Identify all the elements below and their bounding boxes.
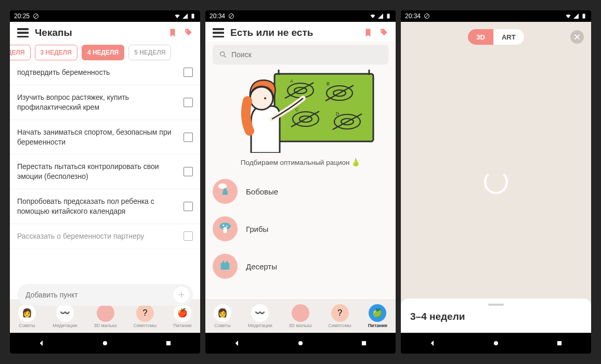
page-title: Чекапы [35,27,162,38]
battery-icon [385,13,391,19]
loading-spinner [484,170,508,194]
week-tab-5[interactable]: 5 НЕДЕЛЯ [128,45,171,60]
tips-icon: 👩 [18,304,36,322]
app-header: Чекапы [10,22,200,42]
add-item-input[interactable] [25,291,173,299]
status-bar: 20:34 [205,10,396,22]
view-toggle: 3D ART [468,29,524,45]
week-tab-4[interactable]: 4 НЕДЕЛЯ [82,45,124,60]
search-field[interactable] [213,45,388,64]
cell-icon [377,13,384,19]
tag-icon[interactable] [184,28,193,37]
checkbox[interactable] [184,68,193,77]
add-item-button[interactable]: + [173,287,190,303]
wifi-icon [370,13,376,19]
svg-rect-37 [224,227,227,233]
tab-symptoms[interactable]: ? Симптомы [134,304,156,328]
week-tab-2[interactable]: ЕДЕЛЯ [10,45,31,60]
symptoms-icon: ? [331,304,349,322]
baby-icon [292,304,309,322]
nav-recents[interactable] [555,339,564,348]
bookmark-icon[interactable] [363,28,373,37]
screen-checkups: 20:25 Чекапы ЕДЕЛЯ 3 НЕДЕЛЯ 4 НЕДЕЛЯ 5 Н… [10,10,200,354]
svg-point-9 [381,30,382,31]
toggle-3d[interactable]: 3D [468,29,493,45]
svg-text:A: A [290,79,293,84]
android-nav-bar [10,333,200,354]
page-title: Есть или не есть [230,27,357,38]
menu-icon[interactable] [17,28,29,37]
food-category-list: Бобовые Грибы Десерты [205,173,396,285]
svg-rect-2 [192,14,194,19]
checkbox[interactable] [184,167,193,176]
list-item[interactable]: Попробовать предсказать пол ребенка с по… [10,189,200,224]
food-category-mushrooms[interactable]: Грибы [213,210,388,248]
desserts-icon [213,254,238,279]
food-category-desserts[interactable]: Десерты [213,248,388,285]
checkbox[interactable] [184,231,193,241]
svg-point-39 [226,226,228,227]
list-item[interactable]: Начать заниматься спортом, безопасным пр… [10,120,200,155]
list-item[interactable]: подтвердить беременность [10,64,200,85]
tips-icon: 👩 [214,304,231,322]
nav-back[interactable] [232,339,242,348]
bottom-tab-bar: 👩 Советы 〰️ Медитации 3D малыш ? Симптом… [205,300,396,333]
cell-icon [573,13,579,19]
tab-tips[interactable]: 👩 Советы [214,304,231,328]
food-illustration: A B C D [213,70,388,153]
svg-rect-41 [221,263,230,269]
svg-rect-8 [387,14,390,19]
list-item[interactable]: Рассказать о беременности партнеру [10,224,200,249]
battery-icon [190,13,196,19]
meditations-icon: 〰️ [56,304,74,322]
svg-point-4 [103,341,107,345]
tab-meditations[interactable]: 〰️ Медитации [53,304,77,328]
nav-recents[interactable] [359,339,369,348]
no-sim-icon [424,13,430,19]
list-item[interactable]: Изучить вопрос растяжек, купить профилак… [10,85,200,120]
nav-back[interactable] [428,339,437,348]
svg-point-3 [186,30,187,31]
tab-nutrition[interactable]: 🍎 Питание [173,304,192,328]
food-caption: Подбираем оптимальный рацион 🍐 [205,158,396,166]
svg-point-32 [264,97,266,99]
cell-icon [182,13,188,19]
checkbox[interactable] [184,202,193,211]
tab-3d-baby[interactable]: 3D малыш [289,304,312,328]
add-item-bar: + [17,284,193,306]
status-bar: 20:34 [401,10,591,22]
menu-icon[interactable] [213,28,224,37]
bottom-sheet[interactable]: 3–4 недели [401,298,591,333]
svg-rect-45 [362,341,366,345]
tab-3d-baby[interactable]: 3D малыш [94,304,116,328]
svg-rect-48 [583,14,585,19]
nav-recents[interactable] [164,339,173,348]
list-item[interactable]: Перестать пытаться контролировать свои э… [10,154,200,189]
wifi-icon [174,13,180,19]
nav-home[interactable] [296,339,305,348]
svg-line-1 [34,15,37,18]
sheet-handle-icon[interactable] [488,304,504,306]
svg-line-47 [425,15,428,18]
toggle-art[interactable]: ART [493,29,524,45]
close-button[interactable] [570,30,584,44]
checkbox[interactable] [184,98,193,107]
food-category-beans[interactable]: Бобовые [213,173,388,210]
week-tab-3[interactable]: 3 НЕДЕЛЯ [35,45,77,60]
nav-home[interactable] [491,339,501,348]
nav-home[interactable] [100,339,110,348]
no-sim-icon [228,13,234,19]
tab-tips[interactable]: 👩 Советы [18,304,36,328]
tag-icon[interactable] [379,28,388,37]
nutrition-icon: 🍎 [174,304,191,322]
svg-point-49 [494,341,498,345]
checkbox[interactable] [184,133,193,142]
search-input[interactable] [231,50,382,59]
nav-back[interactable] [37,339,46,348]
tab-meditations[interactable]: 〰️ Медитации [248,304,272,328]
tab-symptoms[interactable]: ? Симптомы [329,304,351,328]
bookmark-icon[interactable] [168,28,177,37]
svg-point-10 [220,52,225,56]
view-toggle-row: 3D ART [401,29,591,45]
tab-nutrition[interactable]: 🍏 Питание [368,304,387,328]
